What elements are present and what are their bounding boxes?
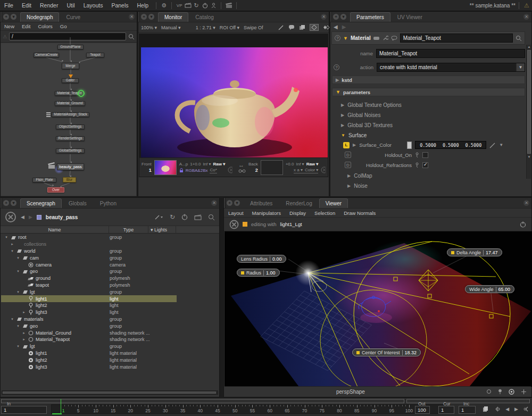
menu-edit[interactable]: Edit xyxy=(18,2,36,9)
parameters-tab-parameters[interactable]: Parameters xyxy=(350,12,390,22)
holdout-on-checkbox[interactable] xyxy=(422,152,428,158)
double-diamond-icon[interactable] xyxy=(323,24,330,30)
param-group-global-texture-options[interactable]: ▶Global Texture Options xyxy=(341,101,402,109)
expand-arrow-icon[interactable]: ▾ xyxy=(4,235,9,239)
close-icon[interactable]: ✕ xyxy=(321,14,327,20)
plus-icon[interactable] xyxy=(521,389,527,395)
next-frame-icon[interactable]: ▶ xyxy=(514,406,518,412)
ratio-select[interactable]: 1 : 2.71 ▾ xyxy=(196,25,215,30)
pane-grip[interactable] xyxy=(138,12,140,22)
pen-icon[interactable] xyxy=(278,24,284,30)
node-materialassign-stack[interactable]: MaterialAssign_Stack xyxy=(52,112,89,117)
scenegraph-tab-globals[interactable]: Globals xyxy=(62,198,93,208)
scenegraph-row-teapot[interactable]: teapotpolymesh xyxy=(1,282,219,289)
viewport[interactable]: Lens Radius0.00Radius1.00Delta Angle17.4… xyxy=(225,231,532,387)
front-exposure[interactable]: 1+0.0 xyxy=(190,162,201,167)
back-arrow-icon[interactable]: ◀ xyxy=(334,24,338,30)
menu-help[interactable]: Help xyxy=(133,2,153,9)
local-badge[interactable]: L xyxy=(343,142,350,148)
playhead[interactable] xyxy=(61,399,61,414)
slate-icon[interactable] xyxy=(184,3,192,8)
param-group-global-noises[interactable]: ▶Global Noises xyxy=(341,111,380,119)
lock-icon[interactable] xyxy=(179,168,184,173)
scenegraph-row-world[interactable]: ▾worldgroup xyxy=(1,248,219,255)
color-swatch[interactable] xyxy=(407,142,412,149)
expand-arrow-icon[interactable]: ▾ xyxy=(16,290,20,294)
close-icon[interactable]: ✕ xyxy=(523,200,529,206)
link-icon[interactable] xyxy=(238,169,246,173)
comment-icon[interactable] xyxy=(288,24,295,30)
menu-layouts[interactable]: Layouts xyxy=(79,2,107,9)
front-range-select[interactable]: Inf ▾ xyxy=(203,162,211,167)
swipe-toggle[interactable]: Swipe Of xyxy=(244,25,263,30)
scenegraph-row-ground[interactable]: groundpolymesh xyxy=(1,275,219,282)
comment-icon[interactable] xyxy=(391,36,397,41)
scrollbar[interactable]: ▲ ▼ xyxy=(526,45,531,179)
param-group-colmap[interactable]: ▶ColMap xyxy=(347,172,372,179)
next-key-icon[interactable] xyxy=(523,406,530,412)
expand-arrow-icon[interactable]: ▾ xyxy=(16,256,20,260)
node-over[interactable]: Over xyxy=(47,187,64,193)
pane-add-icon[interactable]: + xyxy=(227,200,232,206)
out-field[interactable]: 100 xyxy=(415,406,430,414)
monitor-tab-catalog[interactable]: Catalog xyxy=(189,12,220,22)
menu-util[interactable]: Util xyxy=(62,2,79,9)
surface-group[interactable]: ▼ Surface xyxy=(341,131,367,139)
refresh-icon[interactable]: ↻ xyxy=(192,2,201,9)
forward-arrow-icon[interactable]: ▶ xyxy=(342,24,346,30)
scrollbar-thumb[interactable] xyxy=(527,50,531,154)
expanded-arrow-icon[interactable]: ▼ xyxy=(341,133,345,138)
pane-add-icon[interactable]: + xyxy=(333,14,339,20)
hud-center-of-interest[interactable]: Center Of Interest18.32 xyxy=(352,348,421,356)
refresh-icon[interactable]: ↻ xyxy=(170,213,175,221)
copy-icon[interactable] xyxy=(483,406,488,412)
expanded-arrow-icon[interactable]: ▼ xyxy=(336,89,340,95)
diamond-icon[interactable] xyxy=(310,24,319,31)
scenegraph-row-root[interactable]: ▾rootgroup xyxy=(1,234,219,241)
roi-select[interactable]: ROI Off ▾ xyxy=(220,25,239,30)
scenegraph-tab-scenegraph[interactable]: Scenegraph xyxy=(20,198,62,208)
scroll-up-icon[interactable]: ▲ xyxy=(527,45,531,48)
kstd-group[interactable]: ▶ kstd xyxy=(332,76,525,84)
expand-arrow-icon[interactable]: ▼ xyxy=(343,36,348,41)
state-icon[interactable] xyxy=(415,152,419,158)
pane-menu-icon[interactable]: ▾ xyxy=(11,200,16,206)
help-icon[interactable]: ? xyxy=(335,35,340,41)
front-view-select[interactable]: Raw ▾ xyxy=(213,162,226,167)
holdout-refractions-checkbox[interactable] xyxy=(422,162,428,168)
menu-render[interactable]: Render xyxy=(36,2,62,9)
in-field[interactable]: 1 xyxy=(1,406,47,414)
scenegraph-row-cam[interactable]: ▾camgroup xyxy=(1,254,219,261)
node-merge[interactable]: Merge xyxy=(62,63,79,69)
name-input[interactable] xyxy=(376,49,525,58)
viewer-menu-layout[interactable]: Layout xyxy=(224,210,248,216)
viewer-tab-renderlog[interactable]: RenderLog xyxy=(279,198,318,208)
state-icon[interactable] xyxy=(415,162,419,168)
menu-file[interactable]: File xyxy=(0,2,18,9)
viewer-menu-display[interactable]: Display xyxy=(285,210,310,216)
parameters-tab-uv-viewer[interactable]: UV Viewer xyxy=(391,12,429,22)
column-name[interactable]: Name xyxy=(1,226,109,233)
scenegraph-row-light2[interactable]: light2light xyxy=(1,302,219,309)
scenegraph-row-material-teapot[interactable]: ▸Material_Teapotshading network ... xyxy=(1,336,219,343)
parameters-group[interactable]: ▼ parameters xyxy=(332,88,525,96)
pane-add-icon[interactable]: + xyxy=(141,14,147,20)
camera-name[interactable]: perspShape xyxy=(336,389,365,395)
expand-arrow-icon[interactable]: ▾ xyxy=(16,324,20,328)
pane-grip[interactable] xyxy=(1,198,2,208)
clear-front-icon[interactable] xyxy=(228,167,232,173)
no-render-icon[interactable] xyxy=(5,211,16,223)
gear-icon[interactable]: ⚙ xyxy=(160,2,168,9)
back-colorspace-select[interactable]: Color ▾ xyxy=(305,168,318,172)
dropdown-arrow-icon[interactable]: ▼ xyxy=(499,143,503,147)
bulb-icon[interactable] xyxy=(498,389,502,395)
scenegraph-row-light2[interactable]: light2light material xyxy=(1,356,219,363)
forward-arrow-icon[interactable]: ▶ xyxy=(29,214,32,220)
pane-menu-icon[interactable]: ▾ xyxy=(340,14,346,20)
eyedropper-icon[interactable] xyxy=(489,142,496,148)
viewer-menu-manipulators[interactable]: Manipulators xyxy=(248,210,285,216)
back-exposure[interactable]: +0.0 xyxy=(286,162,294,167)
collapsed-arrow-icon[interactable]: ▶ xyxy=(353,143,356,147)
scenegraph-row-camera[interactable]: cameracamera xyxy=(1,261,219,268)
expand-arrow-icon[interactable]: ▸ xyxy=(10,242,14,246)
